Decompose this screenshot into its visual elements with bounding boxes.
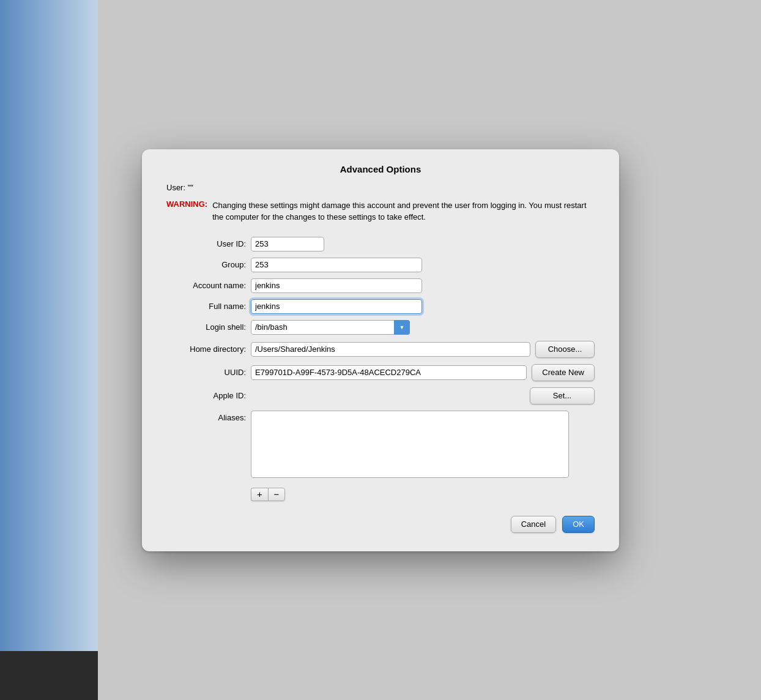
uuid-row: UUID: Create New <box>166 364 595 381</box>
warning-block: WARNING: Changing these settings might d… <box>166 199 595 223</box>
home-directory-row: Home directory: Choose... <box>166 341 595 358</box>
login-shell-row: Login shell: /bin/bash /bin/sh /bin/zsh … <box>166 320 595 335</box>
advanced-options-dialog: Advanced Options User: "" WARNING: Chang… <box>142 149 619 551</box>
full-name-row: Full name: <box>166 299 595 314</box>
group-input[interactable] <box>251 258 422 272</box>
account-name-label: Account name: <box>166 281 246 290</box>
remove-alias-button[interactable]: − <box>268 488 285 501</box>
create-new-button[interactable]: Create New <box>532 364 595 381</box>
user-line-value: "" <box>188 183 193 192</box>
apple-id-row: Apple ID: Set... <box>166 387 595 404</box>
group-row: Group: <box>166 258 595 272</box>
choose-button[interactable]: Choose... <box>535 341 595 358</box>
apple-id-label: Apple ID: <box>166 391 246 400</box>
set-button[interactable]: Set... <box>530 387 595 404</box>
login-shell-select-wrapper: /bin/bash /bin/sh /bin/zsh /bin/tcsh <box>251 320 410 335</box>
aliases-row: Aliases: <box>166 411 595 478</box>
group-label: Group: <box>166 260 246 269</box>
user-id-label: User ID: <box>166 239 246 248</box>
warning-text: Changing these settings might damage thi… <box>212 199 595 223</box>
aliases-label: Aliases: <box>166 411 246 422</box>
home-directory-input[interactable] <box>251 342 530 357</box>
uuid-label: UUID: <box>166 368 246 377</box>
background-strip-left <box>0 0 98 700</box>
login-shell-label: Login shell: <box>166 322 246 332</box>
uuid-input[interactable] <box>251 365 527 380</box>
add-alias-button[interactable]: + <box>251 488 268 501</box>
user-line: User: "" <box>166 183 595 192</box>
add-remove-row: + − <box>251 488 595 501</box>
account-name-input[interactable] <box>251 278 422 293</box>
account-name-row: Account name: <box>166 278 595 293</box>
user-line-label: User: <box>166 183 185 192</box>
full-name-label: Full name: <box>166 302 246 311</box>
form-section: User ID: Group: Account name: Full name:… <box>166 237 595 501</box>
dialog-buttons: Cancel OK <box>166 516 595 533</box>
cancel-button[interactable]: Cancel <box>511 516 556 533</box>
user-id-row: User ID: <box>166 237 595 251</box>
dialog-title: Advanced Options <box>166 164 595 174</box>
login-shell-select[interactable]: /bin/bash /bin/sh /bin/zsh /bin/tcsh <box>251 320 410 335</box>
user-id-input[interactable] <box>251 237 324 251</box>
ok-button[interactable]: OK <box>562 516 595 533</box>
warning-label: WARNING: <box>166 199 207 223</box>
aliases-textarea[interactable] <box>251 411 569 478</box>
background-strip-bottom <box>0 651 98 700</box>
full-name-input[interactable] <box>251 299 422 314</box>
home-directory-label: Home directory: <box>166 344 246 354</box>
